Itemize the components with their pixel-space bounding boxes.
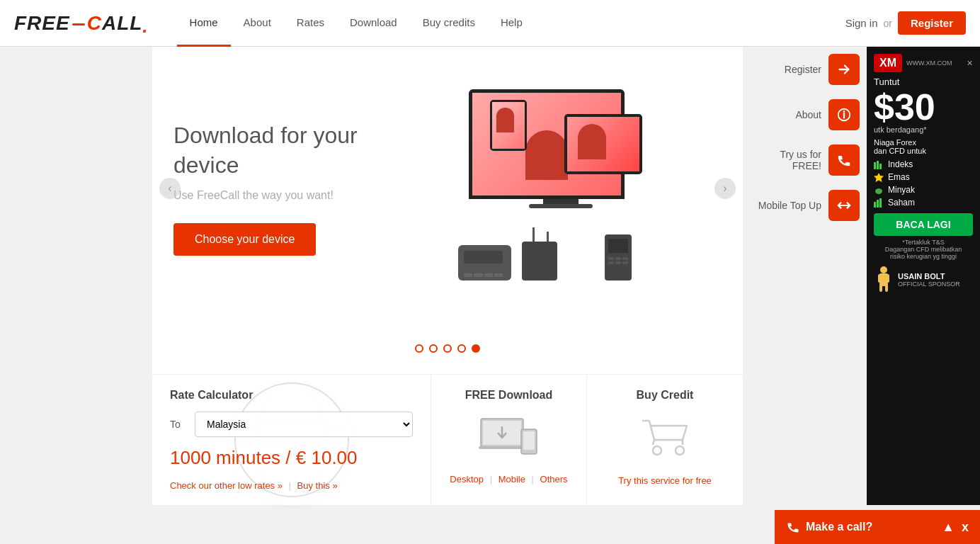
svg-point-14 [676,446,684,455]
svg-line-11 [653,440,654,445]
svg-rect-21 [879,164,882,169]
rate-calc-separator: | [289,480,294,491]
nav-help[interactable]: Help [488,0,535,47]
nav-about[interactable]: About [231,0,284,47]
arrow-right-icon [836,62,852,77]
carousel-dots [152,330,743,374]
ad-banner: XM WWW.XM.COM ✕ Tuntut $30 utk berdagang… [867,47,980,505]
hero-title: Download for your device [173,121,386,180]
ad-disclaimer3: risiko kerugian yg tinggi [890,253,957,260]
ad-close-btn[interactable]: ✕ [967,59,973,68]
free-download-title: FREE Download [445,389,572,402]
device-terminal [605,234,632,280]
bolt-title: OFFICIAL SPONSOR [898,280,960,288]
header: FREECALL. Home About Rates Download Buy … [0,0,980,47]
sidebar-register-label: Register [785,64,821,75]
desktop-download-link[interactable]: Desktop [450,474,484,484]
sidebar-mobile-topup: Mobile Top Up [750,190,860,221]
logo[interactable]: FREECALL. [14,12,149,35]
make-call-arrow[interactable]: ▲ [942,520,955,535]
logo-text: FREECALL. [14,12,149,35]
make-call-close[interactable]: x [962,520,969,535]
carousel-dot-3[interactable] [443,344,452,353]
sidebar-register-button[interactable] [828,54,860,85]
sidebar-mobile-topup-button[interactable] [828,190,860,221]
bolt-figure-icon [874,266,894,294]
dl-sep-1: | [490,474,495,484]
svg-rect-26 [879,198,882,208]
svg-rect-25 [877,200,879,208]
svg-rect-8 [523,431,535,450]
register-button[interactable]: Register [898,11,966,35]
ad-niaga: Niaga Forex dan CFD untuk [874,138,926,155]
hero-center [386,89,722,288]
hero-subtitle: Use FreeCall the way you want! [173,189,386,202]
dl-sep-2: | [532,474,537,484]
svg-rect-29 [878,274,881,283]
download-links: Desktop | Mobile | Others [445,474,572,484]
make-call-phone-icon [786,520,800,534]
hero-left: Download for your device Use FreeCall th… [173,121,386,255]
buy-this-link[interactable]: Buy this » [297,480,338,491]
rate-calc-result: 1000 minutes / € 10.00 [170,447,413,469]
left-sidebar [0,47,152,505]
make-call-content: Make a call? [786,520,872,534]
rate-calculator: Rate Calculator To Malaysia 1000 minutes… [152,375,431,505]
ad-bolt-section: USAIN BOLT OFFICIAL SPONSOR [874,266,973,294]
ad-desc: utk berdagang* [874,125,927,134]
bottom-section: Rate Calculator To Malaysia 1000 minutes… [152,374,743,505]
cart-icon [637,413,693,463]
nav-rates[interactable]: Rates [284,0,337,47]
rate-calc-to-label: To [170,419,188,430]
nav-buy-credits[interactable]: Buy credits [410,0,488,47]
svg-point-17 [843,110,845,113]
bolt-name: USAIN BOLT [898,272,960,280]
svg-rect-19 [874,162,876,169]
try-free-link[interactable]: Try this service for free [618,475,712,486]
sidebar-mobile-topup-label: Mobile Top Up [758,200,821,211]
transfer-icon [836,198,852,213]
svg-rect-32 [885,285,888,292]
sidebar-about-button[interactable] [828,99,860,130]
baca-lagi-button[interactable]: BACA LAGI [874,213,973,236]
sidebar-register: Register [750,54,860,85]
make-call-right: ▲ x [942,520,969,535]
svg-rect-31 [879,285,882,292]
ad-indeks: Indeks [874,159,973,169]
download-icon [474,413,545,463]
phone-icon [836,152,852,168]
ad-disclaimer2: Dagangan CFD melibatkan [885,246,962,253]
sidebar-about-label: About [795,109,821,120]
check-rates-link[interactable]: Check our other low rates » [170,480,283,491]
ad-minyak: Minyak [874,185,973,195]
choose-device-button[interactable]: Choose your device [173,223,316,256]
or-divider: or [884,18,892,29]
make-call-text[interactable]: Make a call? [806,521,872,533]
others-download-link[interactable]: Others [540,474,568,484]
carousel-prev-arrow[interactable]: ‹ [159,178,181,199]
rate-calc-links: Check our other low rates » | Buy this » [170,480,413,491]
svg-rect-6 [479,446,525,449]
header-auth: Sign in or Register [845,11,966,35]
svg-point-27 [880,266,887,273]
rate-calc-row: To Malaysia [170,412,413,437]
device-monitor-base [529,204,593,208]
ad-amount: $30 [874,89,935,125]
sidebar-try-free-button[interactable] [828,144,860,176]
carousel-dot-4[interactable] [457,344,466,353]
carousel-dot-5[interactable] [472,344,480,353]
rate-calc-destination-select[interactable]: Malaysia [195,412,413,437]
nav-download[interactable]: Download [337,0,410,47]
carousel-dot-2[interactable] [429,344,438,353]
nav-home[interactable]: Home [177,0,231,47]
mobile-download-link[interactable]: Mobile [498,474,525,484]
device-tablet [564,114,642,174]
carousel-dot-1[interactable] [415,344,423,353]
sidebar-try-free: Try us for FREE! [750,144,860,176]
buy-credit-title: Buy Credit [601,389,729,402]
ad-disclaimer1: *Tertakluk T&S [902,239,944,246]
svg-point-13 [653,446,661,455]
device-small-phone [490,100,527,151]
sign-in-link[interactable]: Sign in [845,17,878,29]
carousel-next-arrow[interactable]: › [714,178,736,199]
